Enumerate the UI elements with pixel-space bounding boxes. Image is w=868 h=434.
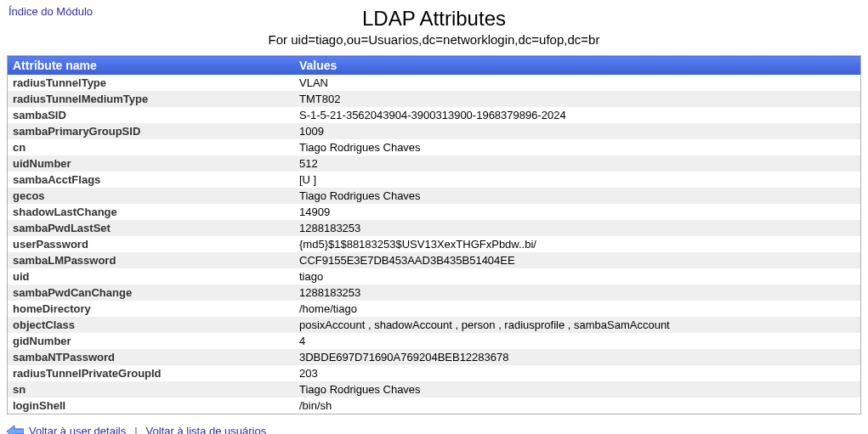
- attr-name: gidNumber: [8, 333, 295, 349]
- back-arrow-icon: [7, 426, 24, 435]
- attr-value: Tiago Rodrigues Chaves: [294, 381, 861, 397]
- column-header-values: Values: [294, 56, 861, 76]
- attr-name: shadowLastChange: [8, 204, 295, 220]
- table-row: radiusTunnelPrivateGroupId203: [8, 365, 861, 381]
- table-row: cnTiago Rodrigues Chaves: [8, 139, 861, 155]
- table-row: sambaPwdCanChange1288183253: [8, 285, 861, 301]
- table-row: uidtiago: [8, 268, 861, 285]
- attr-name: loginShell: [8, 397, 295, 414]
- attr-value: /bin/sh: [294, 397, 861, 414]
- table-row: gecosTiago Rodrigues Chaves: [8, 188, 861, 204]
- attr-value: S-1-5-21-3562043904-3900313900-196837989…: [294, 107, 861, 123]
- attr-name: homeDirectory: [8, 301, 295, 317]
- attr-name: sambaSID: [8, 107, 295, 123]
- attr-value: [U ]: [294, 172, 861, 188]
- attr-name: radiusTunnelMediumType: [8, 91, 295, 107]
- attr-value: 14909: [294, 204, 861, 220]
- table-row: radiusTunnelMediumTypeTMT802: [8, 91, 861, 107]
- attr-name: radiusTunnelPrivateGroupId: [8, 365, 295, 381]
- table-row: homeDirectory/home/tiago: [8, 301, 861, 317]
- table-row: sambaSIDS-1-5-21-3562043904-3900313900-1…: [8, 107, 861, 123]
- attr-name: sambaPwdLastSet: [8, 220, 295, 236]
- attr-value: 1009: [294, 123, 861, 139]
- attr-name: sambaPrimaryGroupSID: [8, 123, 295, 139]
- attr-value: 203: [294, 365, 861, 381]
- table-row: sambaAcctFlags[U ]: [8, 172, 861, 188]
- page-title: LDAP Attributes: [7, 5, 861, 31]
- back-to-user-details-link[interactable]: Voltar à user details: [29, 425, 126, 434]
- attr-value: TMT802: [294, 91, 861, 107]
- footer-separator: |: [131, 425, 140, 434]
- attr-value: 3DBDE697D71690A769204BEB12283678: [294, 349, 861, 365]
- module-index-link[interactable]: Índice do Módulo: [9, 5, 93, 18]
- attr-value: VLAN: [294, 75, 861, 91]
- attr-name: userPassword: [8, 236, 295, 252]
- attr-value: 1288183253: [294, 220, 861, 236]
- table-row: objectClassposixAccount , shadowAccount …: [8, 317, 861, 333]
- attributes-table: Attribute name Values radiusTunnelTypeVL…: [7, 55, 861, 414]
- attr-name: sambaPwdCanChange: [8, 285, 295, 301]
- footer-nav: Voltar à user details | Voltar à lista d…: [7, 425, 861, 434]
- attr-name: cn: [8, 139, 295, 155]
- table-row: sambaLMPasswordCCF9155E3E7DB453AAD3B435B…: [8, 252, 861, 268]
- attr-value: tiago: [294, 268, 861, 285]
- table-row: radiusTunnelTypeVLAN: [8, 75, 861, 91]
- attr-name: objectClass: [8, 317, 295, 333]
- table-row: sambaPrimaryGroupSID1009: [8, 123, 861, 139]
- table-row: loginShell/bin/sh: [8, 397, 861, 414]
- table-row: gidNumber4: [8, 333, 861, 349]
- attr-value: Tiago Rodrigues Chaves: [294, 139, 861, 155]
- attr-value: {md5}$1$88183253$USV13XexTHGFxPbdw..bi/: [294, 236, 861, 252]
- svg-marker-0: [7, 426, 24, 435]
- attr-name: sn: [8, 381, 295, 397]
- table-row: shadowLastChange14909: [8, 204, 861, 220]
- attr-name: sambaAcctFlags: [8, 172, 295, 188]
- page-subtitle: For uid=tiago,ou=Usuarios,dc=networklogi…: [7, 32, 861, 47]
- attr-value: /home/tiago: [294, 301, 861, 317]
- table-row: snTiago Rodrigues Chaves: [8, 381, 861, 397]
- back-to-user-list-link[interactable]: Voltar à lista de usuários: [146, 425, 267, 434]
- attr-value: 512: [294, 155, 861, 172]
- table-row: uidNumber512: [8, 155, 861, 172]
- table-row: userPassword{md5}$1$88183253$USV13XexTHG…: [8, 236, 861, 252]
- column-header-name: Attribute name: [8, 56, 295, 76]
- attr-name: sambaLMPassword: [8, 252, 295, 268]
- attr-name: sambaNTPassword: [8, 349, 295, 365]
- attr-value: 1288183253: [294, 285, 861, 301]
- attr-name: gecos: [8, 188, 295, 204]
- attr-value: 4: [294, 333, 861, 349]
- attr-value: CCF9155E3E7DB453AAD3B435B51404EE: [294, 252, 861, 268]
- attr-name: uid: [8, 268, 295, 285]
- attr-value: Tiago Rodrigues Chaves: [294, 188, 861, 204]
- table-row: sambaPwdLastSet1288183253: [8, 220, 861, 236]
- attr-name: uidNumber: [8, 155, 295, 172]
- attr-value: posixAccount , shadowAccount , person , …: [294, 317, 861, 333]
- table-row: sambaNTPassword3DBDE697D71690A769204BEB1…: [8, 349, 861, 365]
- attr-name: radiusTunnelType: [8, 75, 295, 91]
